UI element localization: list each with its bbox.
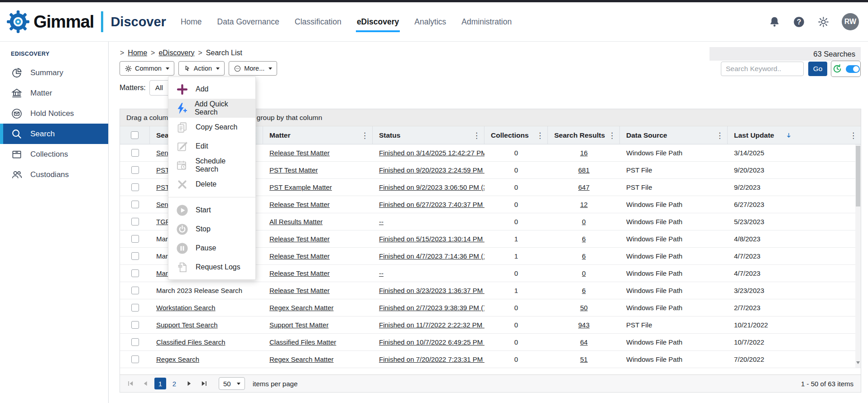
column-menu-icon[interactable]: ⋮	[716, 131, 724, 140]
matter-link[interactable]: Release Test Matter	[269, 252, 330, 260]
status-link[interactable]: Finished on 10/7/2022 6:49:25 PM (5 M	[379, 338, 484, 346]
header-search-results[interactable]: Search Results⋮	[548, 126, 620, 144]
menu-item-add[interactable]: Add	[168, 80, 255, 99]
row-checkbox[interactable]	[131, 183, 139, 191]
select-all-checkbox[interactable]	[131, 131, 139, 139]
page-number-1[interactable]: 1	[154, 378, 166, 389]
row-checkbox[interactable]	[131, 304, 139, 312]
header-status[interactable]: Status⋮	[373, 126, 484, 144]
menu-item-copy-search[interactable]: Copy Search	[168, 118, 255, 137]
column-menu-icon[interactable]: ⋮	[536, 131, 544, 140]
sidebar-item-summary[interactable]: Summary	[0, 62, 108, 83]
row-checkbox[interactable]	[131, 235, 139, 243]
matter-link[interactable]: Regex Search Matter	[269, 304, 334, 312]
search-keyword-input[interactable]	[721, 62, 804, 76]
search-name-link[interactable]: Workstation Search	[156, 304, 216, 312]
nav-administration[interactable]: Administration	[461, 17, 512, 27]
menu-item-add-quick-search[interactable]: Add Quick Search	[168, 99, 255, 118]
matter-link[interactable]: Release Test Matter	[269, 149, 330, 157]
row-checkbox[interactable]	[131, 338, 139, 346]
sidebar-item-custodians[interactable]: Custodians	[0, 164, 108, 185]
search-results-link[interactable]: 12	[580, 201, 588, 208]
row-checkbox[interactable]	[131, 355, 139, 363]
matter-link[interactable]: Release Test Matter	[269, 269, 330, 277]
status-link[interactable]: Finished on 9/2/2023 3:06:50 PM (34 M	[379, 183, 484, 191]
matter-link[interactable]: Release Test Matter	[269, 235, 330, 243]
nav-analytics[interactable]: Analytics	[414, 17, 446, 27]
sidebar-item-search[interactable]: Search	[0, 124, 108, 144]
last-page-button[interactable]	[197, 377, 210, 390]
search-name-link[interactable]: Classified Files Search	[156, 338, 225, 346]
breadcrumb-home[interactable]: Home	[128, 49, 147, 57]
common-button[interactable]: Common	[120, 61, 174, 76]
sidebar-item-hold-notices[interactable]: Hold Notices	[0, 103, 108, 124]
search-results-link[interactable]: 681	[578, 166, 590, 174]
status-link[interactable]: Finished on 6/27/2023 7:40:37 PM (6 M	[379, 201, 484, 208]
search-results-link[interactable]: 50	[580, 304, 588, 312]
search-name-link[interactable]: PST	[156, 183, 169, 191]
search-results-link[interactable]: 51	[580, 355, 588, 363]
more-button[interactable]: More...	[229, 61, 277, 76]
header-collections[interactable]: Collections⋮	[484, 126, 548, 144]
search-results-link[interactable]: 0	[582, 218, 585, 225]
menu-item-request-logs[interactable]: LOGRequest Logs	[168, 258, 255, 277]
status-link[interactable]: Finished on 9/20/2023 2:24:59 PM (57	[379, 166, 484, 174]
row-checkbox[interactable]	[131, 166, 139, 174]
notifications-bell-icon[interactable]	[768, 16, 781, 28]
column-menu-icon[interactable]: ⋮	[608, 131, 616, 140]
row-checkbox[interactable]	[131, 149, 139, 157]
scrollbar-down-arrow-icon[interactable]	[856, 361, 860, 366]
row-checkbox[interactable]	[131, 269, 139, 277]
refresh-icon[interactable]	[832, 63, 843, 74]
status-link[interactable]: Finished on 4/7/2023 7:14:36 PM (14 M	[379, 252, 484, 260]
search-results-link[interactable]: 6	[582, 287, 585, 294]
search-results-link[interactable]: 16	[580, 149, 588, 157]
sidebar-item-matter[interactable]: Matter	[0, 83, 108, 103]
status-link[interactable]: --	[379, 218, 384, 225]
matter-link[interactable]: PST Test Matter	[269, 166, 318, 174]
search-results-link[interactable]: 0	[582, 269, 585, 277]
row-checkbox[interactable]	[131, 201, 139, 208]
matter-link[interactable]: Regex Search Matter	[269, 355, 334, 363]
nav-ediscovery[interactable]: eDiscovery	[357, 17, 399, 27]
search-results-link[interactable]: 943	[578, 321, 590, 329]
first-page-button[interactable]	[125, 377, 137, 390]
search-results-link[interactable]: 647	[578, 183, 590, 191]
matter-link[interactable]: Release Test Matter	[269, 287, 330, 294]
status-link[interactable]: Finished on 2/7/2023 9:38:39 PM (7 Mi	[379, 304, 484, 312]
status-link[interactable]: Finished on 11/7/2022 2:22:32 PM (1 H	[379, 321, 484, 329]
menu-item-edit[interactable]: Edit	[168, 137, 255, 156]
go-button[interactable]: Go	[808, 62, 827, 76]
nav-data-governance[interactable]: Data Governance	[217, 17, 279, 27]
matter-link[interactable]: PST Example Matter	[269, 183, 332, 191]
nav-home[interactable]: Home	[181, 17, 202, 27]
status-link[interactable]: Finished on 3/14/2025 12:42:27 PM (19	[379, 149, 484, 157]
action-button[interactable]: Action	[178, 61, 225, 76]
nav-classification[interactable]: Classification	[295, 17, 341, 27]
sidebar-item-collections[interactable]: Collections	[0, 144, 108, 164]
search-results-link[interactable]: 6	[582, 252, 585, 260]
matter-link[interactable]: Support Test Matter	[269, 321, 329, 329]
page-size-select[interactable]: 50	[219, 377, 245, 390]
search-name-link[interactable]: Sen	[156, 149, 168, 157]
status-link[interactable]: Finished on 5/15/2023 1:30:14 PM (58	[379, 235, 484, 243]
header-data-source[interactable]: Data Source⋮	[620, 126, 728, 144]
search-name-link[interactable]: Sen	[156, 201, 168, 208]
row-checkbox[interactable]	[131, 252, 139, 260]
row-checkbox[interactable]	[131, 218, 139, 225]
search-name-link[interactable]: Regex Search	[156, 355, 199, 363]
next-page-button[interactable]	[182, 377, 195, 390]
vertical-scrollbar[interactable]	[855, 144, 861, 368]
column-menu-icon[interactable]: ⋮	[473, 131, 480, 140]
menu-item-stop[interactable]: Stop	[168, 220, 255, 239]
auto-refresh-toggle[interactable]	[846, 65, 860, 73]
status-link[interactable]: Finished on 7/20/2022 7:23:31 PM (22	[379, 355, 484, 363]
row-checkbox[interactable]	[131, 321, 139, 329]
header-matter[interactable]: Matter⋮	[263, 126, 373, 144]
menu-item-schedule-search[interactable]: Schedule Search	[168, 156, 255, 175]
search-results-link[interactable]: 64	[580, 338, 588, 346]
matter-link[interactable]: Release Test Matter	[269, 201, 330, 208]
menu-item-start[interactable]: Start	[168, 201, 255, 220]
menu-item-pause[interactable]: Pause	[168, 239, 255, 258]
matter-link[interactable]: Classified Files Matter	[269, 338, 336, 346]
